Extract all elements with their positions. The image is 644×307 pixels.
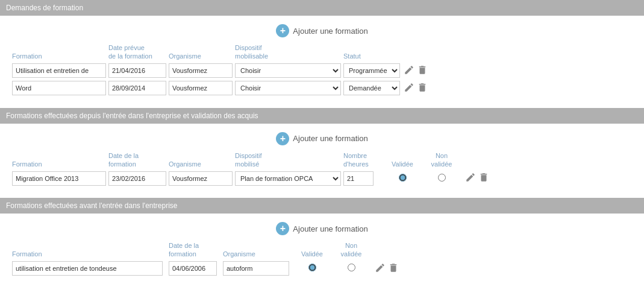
effectuees-add-button[interactable]: + Ajouter une formation bbox=[276, 132, 367, 145]
avant-row-1 bbox=[12, 261, 632, 276]
effectuees-add-row: + Ajouter une formation bbox=[12, 132, 632, 145]
demandes-section: Demandes de formation + Ajouter une form… bbox=[0, 0, 644, 108]
effectuees-row1-date-cell bbox=[108, 171, 169, 186]
demandes-row2-formation-input[interactable] bbox=[12, 81, 106, 95]
avant-row1-actions-cell bbox=[374, 261, 410, 276]
demandes-row2-edit-button[interactable] bbox=[402, 81, 416, 96]
effectuees-col-organisme: Organisme bbox=[169, 160, 235, 168]
demandes-row1-edit-button[interactable] bbox=[402, 63, 416, 78]
demandes-row2-date-cell bbox=[108, 81, 169, 95]
delete-icon bbox=[388, 262, 399, 273]
demandes-header: Demandes de formation bbox=[0, 0, 644, 16]
demandes-content: + Ajouter une formation Formation Date p… bbox=[0, 16, 644, 108]
edit-icon bbox=[404, 82, 414, 93]
avant-row1-organisme-input[interactable] bbox=[223, 261, 289, 276]
avant-add-icon: + bbox=[276, 222, 289, 235]
effectuees-section: Formations effectuées depuis l'entrée da… bbox=[0, 108, 644, 198]
demandes-row2-formation-cell bbox=[12, 81, 108, 95]
effectuees-header: Formations effectuées depuis l'entrée da… bbox=[0, 108, 644, 124]
edit-icon bbox=[404, 65, 414, 75]
effectuees-col-date: Date de la formation bbox=[108, 151, 169, 169]
avant-row1-date-input[interactable] bbox=[169, 261, 217, 276]
demandes-col-statut: Statut bbox=[343, 52, 428, 60]
effectuees-row1-formation-input[interactable] bbox=[12, 171, 106, 186]
avant-row1-validee-cell bbox=[295, 264, 331, 273]
effectuees-row1-delete-button[interactable] bbox=[477, 171, 490, 186]
avant-row1-formation-input[interactable] bbox=[12, 261, 163, 276]
effectuees-content: + Ajouter une formation Formation Date d… bbox=[0, 124, 644, 198]
demandes-row1-delete-button[interactable] bbox=[416, 63, 429, 78]
avant-col-formation: Formation bbox=[12, 250, 169, 258]
effectuees-row1-validee-cell bbox=[386, 174, 422, 183]
demandes-col-organisme: Organisme bbox=[169, 52, 235, 60]
avant-row1-non-validee-cell bbox=[331, 264, 374, 273]
delete-icon bbox=[417, 65, 428, 75]
effectuees-row1-actions-cell bbox=[464, 171, 500, 186]
avant-row1-date-cell bbox=[169, 261, 223, 276]
avant-content: + Ajouter une formation Formation Date d… bbox=[0, 214, 644, 288]
avant-col-date: Date de la formation bbox=[169, 241, 223, 259]
avant-add-label: Ajouter une formation bbox=[293, 224, 367, 233]
demandes-add-button[interactable]: + Ajouter une formation bbox=[276, 24, 367, 37]
effectuees-row1-organisme-cell bbox=[169, 171, 235, 186]
effectuees-row1-dispositif-select[interactable]: Plan de formation OPCA DIF CIF Autre bbox=[235, 171, 341, 186]
edit-icon bbox=[375, 262, 386, 273]
effectuees-add-icon: + bbox=[276, 132, 289, 145]
demandes-row1-date-input[interactable] bbox=[108, 63, 166, 78]
demandes-row2-statut-cell: Programmée Demandée Réalisée Annulée bbox=[343, 81, 428, 96]
effectuees-row1-non-validee-cell bbox=[422, 174, 464, 183]
avant-section: Formations effectuées avant l'entrée dan… bbox=[0, 198, 644, 288]
demandes-add-icon: + bbox=[276, 24, 289, 37]
effectuees-row1-dispositif-cell: Plan de formation OPCA DIF CIF Autre bbox=[235, 171, 343, 186]
demandes-row2-organisme-cell bbox=[169, 81, 235, 95]
effectuees-row1-non-validee-radio[interactable] bbox=[438, 174, 446, 182]
demandes-row2-delete-button[interactable] bbox=[416, 81, 429, 96]
demandes-row2-statut-select[interactable]: Programmée Demandée Réalisée Annulée bbox=[343, 81, 400, 95]
avant-col-non-validee: Non validée bbox=[331, 241, 374, 259]
demandes-row1-formation-cell bbox=[12, 63, 108, 78]
demandes-row1-date-cell bbox=[108, 63, 169, 78]
avant-row1-validee-radio[interactable] bbox=[308, 264, 316, 271]
effectuees-row1-validee-radio[interactable] bbox=[399, 174, 407, 182]
effectuees-col-nombre: Nombre d'heures bbox=[343, 151, 386, 169]
effectuees-row1-edit-button[interactable] bbox=[464, 171, 477, 186]
effectuees-row1-date-input[interactable] bbox=[108, 171, 166, 186]
avant-row1-formation-cell bbox=[12, 261, 169, 276]
avant-header: Formations effectuées avant l'entrée dan… bbox=[0, 198, 644, 214]
avant-header-row: Formation Date de la formation Organisme… bbox=[12, 241, 632, 259]
avant-row1-delete-button[interactable] bbox=[387, 261, 400, 276]
effectuees-col-dispositif: Dispositif mobilisé bbox=[235, 151, 343, 169]
avant-row1-edit-button[interactable] bbox=[374, 261, 387, 276]
effectuees-row1-nombre-input[interactable] bbox=[343, 171, 374, 186]
avant-col-organisme: Organisme bbox=[223, 250, 295, 258]
demandes-row2-dispositif-select[interactable]: Choisir Plan de formation DIF CIF bbox=[235, 81, 341, 95]
demandes-row1-dispositif-select[interactable]: Choisir Plan de formation DIF CIF bbox=[235, 63, 341, 78]
avant-row1-organisme-cell bbox=[223, 261, 295, 276]
demandes-col-date: Date prévue de la formation bbox=[108, 43, 169, 61]
demandes-row1-statut-select[interactable]: Programmée Demandée Réalisée Annulée bbox=[343, 63, 400, 78]
demandes-row1-formation-input[interactable] bbox=[12, 63, 106, 78]
demandes-row1-statut-cell: Programmée Demandée Réalisée Annulée bbox=[343, 63, 428, 78]
demandes-row1-dispositif-cell: Choisir Plan de formation DIF CIF bbox=[235, 63, 343, 78]
effectuees-col-formation: Formation bbox=[12, 160, 108, 168]
demandes-header-row: Formation Date prévue de la formation Or… bbox=[12, 43, 632, 61]
avant-row1-non-validee-radio[interactable] bbox=[348, 264, 355, 271]
avant-add-button[interactable]: + Ajouter une formation bbox=[276, 222, 367, 235]
demandes-add-label: Ajouter une formation bbox=[293, 27, 367, 36]
delete-icon bbox=[478, 172, 489, 183]
demandes-row2-organisme-input[interactable] bbox=[169, 81, 233, 95]
demandes-row1-organisme-cell bbox=[169, 63, 235, 78]
demandes-col-formation: Formation bbox=[12, 52, 108, 60]
avant-add-row: + Ajouter une formation bbox=[12, 222, 632, 235]
effectuees-add-label: Ajouter une formation bbox=[293, 134, 367, 143]
delete-icon bbox=[417, 82, 428, 93]
demandes-row1-organisme-input[interactable] bbox=[169, 63, 233, 78]
demandes-row-1: Choisir Plan de formation DIF CIF Progra… bbox=[12, 63, 632, 78]
effectuees-row1-organisme-input[interactable] bbox=[169, 171, 233, 186]
demandes-row-2: Choisir Plan de formation DIF CIF Progra… bbox=[12, 81, 632, 96]
demandes-col-dispositif: Dispositif mobilisable bbox=[235, 43, 343, 61]
demandes-row2-date-input[interactable] bbox=[108, 81, 166, 95]
effectuees-row1-formation-cell bbox=[12, 171, 108, 186]
effectuees-row-1: Plan de formation OPCA DIF CIF Autre bbox=[12, 171, 632, 186]
edit-icon bbox=[465, 172, 476, 183]
